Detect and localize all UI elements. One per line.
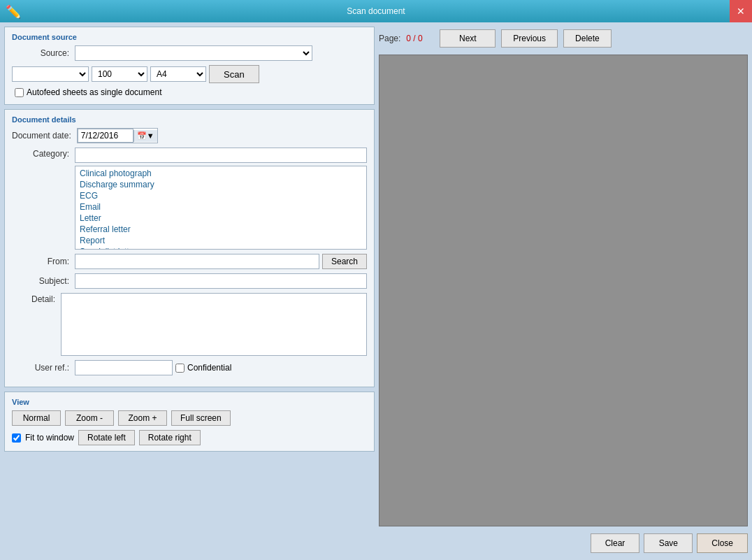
scan-button[interactable]: Scan (209, 65, 259, 83)
view-label: View (12, 398, 367, 406)
calendar-button[interactable]: 📅▼ (133, 130, 157, 142)
clear-button[interactable]: Clear (591, 533, 640, 553)
fit-to-window-checkbox[interactable] (12, 433, 21, 443)
source-field-label: Source: (12, 48, 75, 58)
confidential-checkbox[interactable] (175, 364, 185, 373)
rotate-left-button[interactable]: Rotate left (78, 430, 135, 445)
window-close-button[interactable]: ✕ (730, 0, 752, 22)
document-source-group: Document source Source: 100 A4 Scan Auto… (4, 27, 375, 105)
userref-input[interactable] (75, 360, 173, 375)
view-section: View Normal Zoom - Zoom + Full screen Fi… (4, 392, 375, 452)
category-list[interactable]: Clinical photographDischarge summaryECGE… (75, 166, 367, 250)
detail-textarea[interactable] (61, 293, 367, 356)
date-input[interactable] (78, 129, 133, 143)
normal-button[interactable]: Normal (12, 410, 61, 426)
title-bar: ✏️ Scan document ✕ (0, 0, 752, 22)
list-item[interactable]: Email (77, 201, 365, 213)
date-row: Document date: 📅▼ (12, 128, 367, 143)
document-preview (379, 55, 748, 526)
userref-row: User ref.: Confidential (12, 360, 367, 375)
view-buttons-row: Normal Zoom - Zoom + Full screen (12, 410, 367, 426)
main-content: Document source Source: 100 A4 Scan Auto… (0, 22, 752, 560)
page-value: 0 / 0 (406, 34, 434, 43)
category-label: Category: (12, 148, 75, 159)
page-bar: Page: 0 / 0 Next Previous Delete (379, 27, 748, 50)
date-input-wrap: 📅▼ (77, 128, 158, 143)
category-row: Category: Clinical photographDischarge s… (12, 148, 367, 250)
from-input[interactable] (75, 254, 319, 269)
source-row: Source: (12, 45, 367, 61)
list-item[interactable]: ECG (77, 190, 365, 201)
right-panel: Page: 0 / 0 Next Previous Delete Clear S… (379, 27, 748, 556)
detail-label: Detail: (12, 293, 61, 304)
zoom-plus-button[interactable]: Zoom + (118, 410, 167, 426)
source-select[interactable] (75, 45, 312, 61)
document-details-group: Document details Document date: 📅▼ Categ… (4, 109, 375, 387)
category-section: Clinical photographDischarge summaryECGE… (75, 148, 367, 250)
list-item[interactable]: Discharge summary (77, 179, 365, 190)
autofeed-label: Autofeed sheets as single document (27, 87, 161, 97)
scan-controls: 100 A4 Scan (12, 65, 367, 83)
mode-select[interactable] (12, 66, 89, 82)
confidential-label: Confidential (187, 363, 231, 373)
zoom-minus-button[interactable]: Zoom - (65, 410, 114, 426)
page-label: Page: (379, 34, 400, 43)
save-button[interactable]: Save (644, 533, 693, 553)
autofeed-checkbox[interactable] (15, 88, 24, 97)
app-icon: ✏️ (6, 4, 21, 20)
list-item[interactable]: Referral letter (77, 224, 365, 235)
subject-label: Subject: (12, 276, 75, 286)
close-button[interactable]: Close (697, 533, 748, 553)
window-title: Scan document (347, 6, 405, 16)
category-text-input[interactable] (75, 148, 367, 163)
date-label: Document date: (12, 131, 77, 141)
detail-row: Detail: (12, 293, 367, 356)
document-source-label: Document source (12, 33, 367, 41)
fullscreen-button[interactable]: Full screen (171, 410, 231, 426)
delete-button[interactable]: Delete (563, 29, 612, 48)
from-label: From: (12, 257, 75, 266)
from-input-group: Search (75, 254, 367, 269)
search-button[interactable]: Search (322, 254, 367, 269)
view-row2: Fit to window Rotate left Rotate right (12, 430, 367, 445)
fit-to-window-label: Fit to window (25, 433, 74, 443)
previous-button[interactable]: Previous (501, 29, 558, 48)
rotate-right-button[interactable]: Rotate right (139, 430, 201, 445)
list-item[interactable]: Clinical photograph (77, 168, 365, 179)
left-panel: Document source Source: 100 A4 Scan Auto… (4, 27, 375, 556)
bottom-bar: Clear Save Close (379, 531, 748, 556)
list-item[interactable]: Specialist letter (77, 246, 365, 250)
document-details-label: Document details (12, 115, 367, 124)
list-item[interactable]: Report (77, 235, 365, 246)
resolution-select[interactable]: 100 (92, 66, 147, 82)
list-item[interactable]: Letter (77, 213, 365, 224)
from-row: From: Search (12, 254, 367, 269)
subject-row: Subject: (12, 273, 367, 289)
subject-input[interactable] (75, 273, 367, 289)
userref-confidential-group: Confidential (75, 360, 231, 375)
userref-label: User ref.: (12, 363, 75, 373)
next-button[interactable]: Next (440, 29, 496, 48)
autofeed-row: Autofeed sheets as single document (15, 87, 367, 97)
paper-select[interactable]: A4 (150, 66, 206, 82)
